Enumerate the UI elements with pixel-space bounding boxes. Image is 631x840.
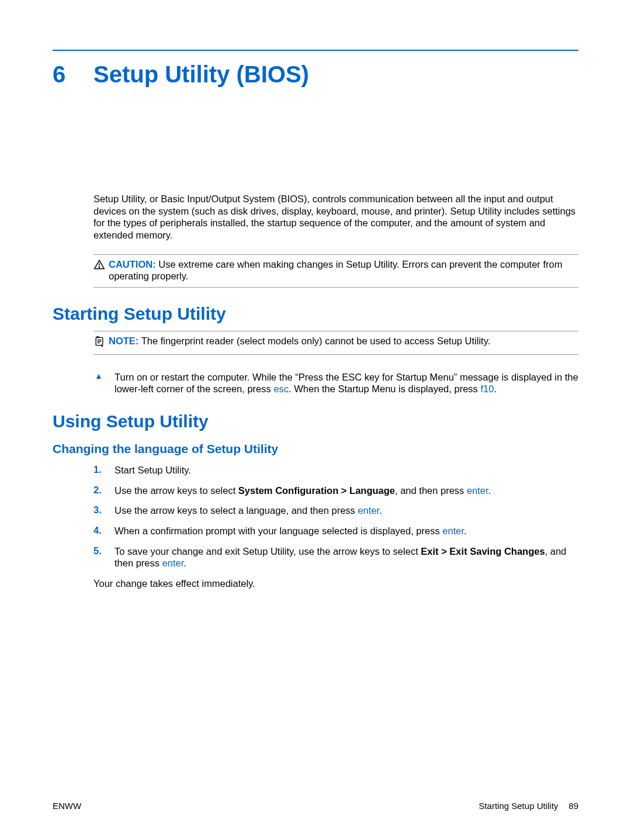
subsection-language-heading: Changing the language of Setup Utility [53, 442, 578, 456]
after-steps-note: Your change takes effect immediately. [93, 578, 578, 590]
footer-section-title: Starting Setup Utility [479, 801, 558, 811]
step-post: . [494, 383, 497, 394]
step-post: . [464, 526, 467, 536]
caution-body: Use extreme care when making changes in … [109, 259, 562, 282]
step-1: 1. Start Setup Utility. [93, 464, 578, 476]
svg-point-1 [99, 267, 99, 267]
step-post: . [379, 505, 382, 516]
step-text: To save your change and exit Setup Utili… [115, 545, 578, 569]
step-text: Use the arrow keys to select System Conf… [115, 485, 491, 497]
language-steps: 1. Start Setup Utility. 2. Use the arrow… [93, 464, 578, 569]
step-pre: To save your change and exit Setup Utili… [115, 546, 421, 556]
caution-label: CAUTION: [109, 259, 156, 269]
note-callout: NOTE: The fingerprint reader (select mod… [93, 331, 578, 355]
chapter-title: Setup Utility (BIOS) [93, 61, 309, 88]
key-enter: enter [358, 505, 379, 516]
caution-text: CAUTION: Use extreme care when making ch… [109, 258, 578, 282]
step-3: 3. Use the arrow keys to select a langua… [93, 504, 578, 517]
step-post: . [488, 485, 491, 496]
step-pre: Use the arrow keys to select [115, 485, 238, 496]
key-f10: f10 [480, 383, 494, 394]
note-text: NOTE: The fingerprint reader (select mod… [109, 335, 490, 347]
key-esc: esc [273, 383, 289, 394]
step-number: 4. [93, 525, 115, 537]
starting-step-text: Turn on or restart the computer. While t… [115, 371, 578, 395]
key-enter: enter [162, 558, 184, 568]
starting-step: ▲ Turn on or restart the computer. While… [93, 371, 578, 395]
page-footer: ENWW Starting Setup Utility 89 [53, 801, 578, 811]
chapter-heading: 6 Setup Utility (BIOS) [53, 61, 578, 88]
footer-right: Starting Setup Utility 89 [479, 801, 578, 811]
menu-path: System Configuration > Language [238, 485, 395, 496]
step-number: 3. [93, 504, 115, 517]
step-text: Use the arrow keys to select a language,… [115, 504, 382, 517]
step-mid: . When the Startup Menu is displayed, pr… [289, 383, 480, 394]
footer-left: ENWW [53, 801, 81, 811]
step-number: 1. [93, 464, 115, 476]
key-enter: enter [442, 526, 464, 536]
step-pre: When a confirmation prompt with your lan… [115, 526, 442, 536]
key-enter: enter [467, 485, 488, 496]
step-2: 2. Use the arrow keys to select System C… [93, 485, 578, 497]
step-5: 5. To save your change and exit Setup Ut… [93, 545, 578, 569]
step-pre: Use the arrow keys to select a language,… [115, 505, 358, 516]
step-number: 2. [93, 485, 115, 497]
section-starting-heading: Starting Setup Utility [53, 304, 578, 324]
triangle-bullet-icon: ▲ [93, 371, 115, 395]
note-body: The fingerprint reader (select models on… [141, 336, 491, 346]
caution-icon [93, 259, 108, 273]
step-post: . [183, 558, 186, 568]
caution-callout: CAUTION: Use extreme care when making ch… [93, 254, 578, 288]
chapter-number: 6 [53, 61, 93, 88]
step-number: 5. [93, 545, 115, 569]
step-text: Start Setup Utility. [115, 464, 191, 476]
note-label: NOTE: [109, 336, 138, 346]
step-text: When a confirmation prompt with your lan… [115, 525, 467, 537]
step-mid: , and then press [395, 485, 467, 496]
intro-paragraph: Setup Utility, or Basic Input/Output Sys… [93, 193, 578, 241]
section-using-heading: Using Setup Utility [53, 412, 578, 431]
page-number: 89 [568, 801, 578, 811]
menu-path: Exit > Exit Saving Changes [421, 546, 545, 556]
step-4: 4. When a confirmation prompt with your … [93, 525, 578, 537]
top-rule [53, 50, 578, 51]
note-icon [93, 336, 108, 350]
